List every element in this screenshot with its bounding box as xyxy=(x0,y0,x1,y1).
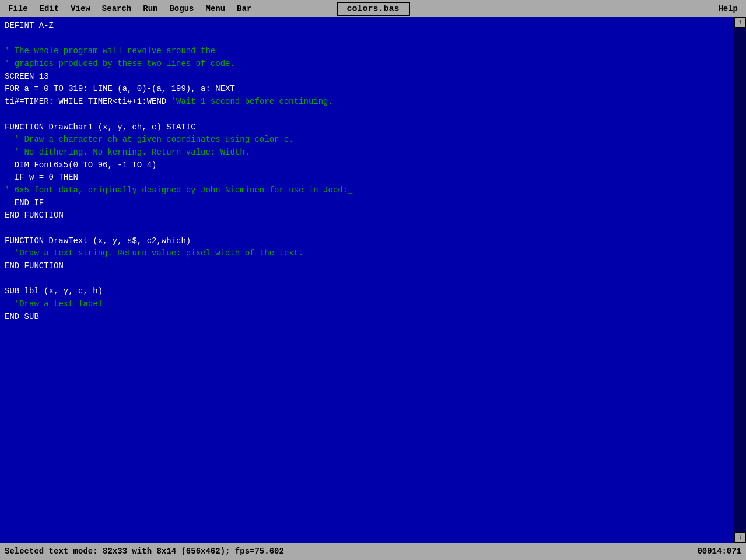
menu-file[interactable]: File xyxy=(2,2,34,16)
code-line: ti#=TIMER: WHILE TIMER<ti#+1:WEND 'Wait … xyxy=(5,96,741,108)
code-line xyxy=(5,33,741,46)
code-line xyxy=(5,387,741,400)
menu-menu[interactable]: Menu xyxy=(199,2,231,16)
code-line: ' graphics produced by these two lines o… xyxy=(5,58,741,71)
code-editor[interactable]: DEFINT A-Z ' The whole program will revo… xyxy=(0,18,746,542)
status-text: Selected text mode: 82x33 with 8x14 (656… xyxy=(5,547,284,556)
menu-bogus[interactable]: Bogus xyxy=(163,2,199,16)
code-line: END IF xyxy=(5,197,741,210)
code-line: END SUB xyxy=(5,311,741,324)
menu-view[interactable]: View xyxy=(65,2,96,16)
title-bar: colors.bas xyxy=(336,2,409,16)
code-line xyxy=(5,324,741,337)
code-line: END FUNCTION xyxy=(5,209,741,222)
code-line: ' The whole program will revolve around … xyxy=(5,45,741,58)
code-line xyxy=(5,273,741,286)
code-line: FUNCTION DrawChar1 (x, y, ch, c) STATIC xyxy=(5,121,741,134)
code-line: ' 6x5 font data, originally designed by … xyxy=(5,184,741,197)
code-line: SCREEN 13 xyxy=(5,71,741,83)
code-line: END FUNCTION xyxy=(5,260,741,273)
menu-search[interactable]: Search xyxy=(96,2,137,16)
cursor-position: 00014:071 xyxy=(697,547,741,556)
code-line xyxy=(5,400,741,412)
code-line: ' No dithering. No kerning. Return value… xyxy=(5,146,741,159)
code-line: SUB lbl (x, y, c, h) xyxy=(5,285,741,298)
code-line xyxy=(5,425,741,438)
code-line xyxy=(5,362,741,374)
scroll-up-button[interactable]: ↑ xyxy=(734,18,746,28)
code-lines: DEFINT A-Z ' The whole program will revo… xyxy=(5,20,741,438)
code-line xyxy=(5,108,741,121)
menu-run[interactable]: Run xyxy=(137,2,163,16)
code-line: DIM Font6x5(0 TO 96, -1 TO 4) xyxy=(5,159,741,172)
code-line xyxy=(5,222,741,235)
menu-edit[interactable]: Edit xyxy=(34,2,65,16)
code-line xyxy=(5,412,741,425)
code-line xyxy=(5,336,741,349)
scroll-down-button[interactable]: ↓ xyxy=(734,532,746,542)
code-line xyxy=(5,374,741,387)
code-line: DEFINT A-Z xyxy=(5,20,741,33)
code-line xyxy=(5,349,741,362)
code-line: ' Draw a character ch at given coordinat… xyxy=(5,134,741,146)
menu-bar[interactable]: Bar xyxy=(231,2,257,16)
menu-help[interactable]: Help xyxy=(712,2,744,16)
menubar: File Edit View Search Run Bogus Menu Bar… xyxy=(0,0,746,18)
code-line: FOR a = 0 TO 319: LINE (a, 0)-(a, 199), … xyxy=(5,83,741,96)
code-line: 'Draw a text label xyxy=(5,298,741,311)
scrollbar-track[interactable] xyxy=(734,28,746,532)
statusbar: Selected text mode: 82x33 with 8x14 (656… xyxy=(0,542,746,560)
code-line: 'Draw a text string. Return value: pixel… xyxy=(5,247,741,260)
code-line: FUNCTION DrawText (x, y, s$, c2,which) xyxy=(5,235,741,248)
code-line: IF w = 0 THEN xyxy=(5,172,741,184)
